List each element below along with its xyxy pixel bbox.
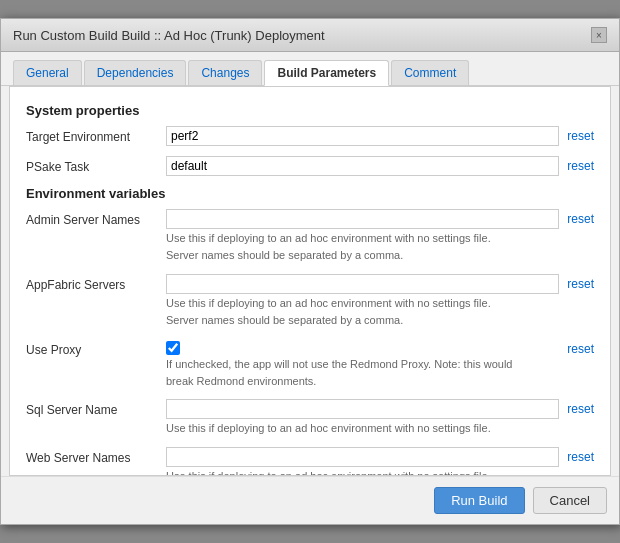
tab-dependencies[interactable]: Dependencies [84,60,187,85]
appfabric-servers-input[interactable] [166,274,559,294]
dialog: Run Custom Build Build :: Ad Hoc (Trunk)… [0,18,620,525]
psake-task-reset[interactable]: reset [567,156,594,173]
admin-server-names-row: Admin Server Names Use this if deploying… [26,209,594,264]
target-environment-input-wrap [166,126,559,146]
dialog-title: Run Custom Build Build :: Ad Hoc (Trunk)… [13,28,325,43]
use-proxy-control: If unchecked, the app will not use the R… [166,339,594,390]
admin-server-names-reset[interactable]: reset [567,209,594,226]
target-environment-input[interactable] [166,126,559,146]
title-bar: Run Custom Build Build :: Ad Hoc (Trunk)… [1,19,619,52]
tab-general[interactable]: General [13,60,82,85]
dialog-footer: Run Build Cancel [1,476,619,524]
psake-task-row: PSake Task reset [26,156,594,176]
environment-variables-title: Environment variables [26,186,594,201]
admin-server-names-input[interactable] [166,209,559,229]
sql-server-name-row: Sql Server Name Use this if deploying to… [26,399,594,436]
sql-server-name-reset[interactable]: reset [567,399,594,416]
use-proxy-checkbox-wrap [166,339,559,355]
psake-task-label: PSake Task [26,156,166,174]
admin-server-names-hint1: Use this if deploying to an ad hoc envir… [166,231,559,246]
system-properties-title: System properties [26,103,594,118]
web-server-names-control: Use this if deploying to an ad hoc envir… [166,447,594,476]
tab-bar: General Dependencies Changes Build Param… [1,52,619,86]
appfabric-servers-reset[interactable]: reset [567,274,594,291]
admin-server-names-label: Admin Server Names [26,209,166,227]
use-proxy-row: Use Proxy If unchecked, the app will not… [26,339,594,390]
web-server-names-label: Web Server Names [26,447,166,465]
cancel-button[interactable]: Cancel [533,487,607,514]
appfabric-servers-control: Use this if deploying to an ad hoc envir… [166,274,594,329]
target-environment-row: Target Environment reset [26,126,594,146]
target-environment-reset[interactable]: reset [567,126,594,143]
target-environment-control: reset [166,126,594,146]
close-button[interactable]: × [591,27,607,43]
web-server-names-input[interactable] [166,447,559,467]
use-proxy-checkbox[interactable] [166,341,180,355]
psake-task-control: reset [166,156,594,176]
use-proxy-hint1: If unchecked, the app will not use the R… [166,357,559,372]
sql-server-name-input[interactable] [166,399,559,419]
dialog-body: System properties Target Environment res… [9,86,611,476]
web-server-names-reset[interactable]: reset [567,447,594,464]
appfabric-servers-hint1: Use this if deploying to an ad hoc envir… [166,296,559,311]
psake-task-input-wrap [166,156,559,176]
admin-server-names-hint2: Server names should be separated by a co… [166,248,559,263]
appfabric-servers-hint2: Server names should be separated by a co… [166,313,559,328]
sql-server-name-input-wrap: Use this if deploying to an ad hoc envir… [166,399,559,436]
psake-task-input[interactable] [166,156,559,176]
tab-build-parameters[interactable]: Build Parameters [264,60,389,86]
appfabric-servers-row: AppFabric Servers Use this if deploying … [26,274,594,329]
web-server-names-hint1: Use this if deploying to an ad hoc envir… [166,469,559,476]
use-proxy-reset[interactable]: reset [567,339,594,356]
web-server-names-row: Web Server Names Use this if deploying t… [26,447,594,476]
appfabric-servers-label: AppFabric Servers [26,274,166,292]
web-server-names-input-wrap: Use this if deploying to an ad hoc envir… [166,447,559,476]
admin-server-names-control: Use this if deploying to an ad hoc envir… [166,209,594,264]
sql-server-name-label: Sql Server Name [26,399,166,417]
use-proxy-label: Use Proxy [26,339,166,357]
sql-server-name-hint1: Use this if deploying to an ad hoc envir… [166,421,559,436]
admin-server-names-input-wrap: Use this if deploying to an ad hoc envir… [166,209,559,264]
appfabric-servers-input-wrap: Use this if deploying to an ad hoc envir… [166,274,559,329]
target-environment-label: Target Environment [26,126,166,144]
use-proxy-input-wrap: If unchecked, the app will not use the R… [166,339,559,390]
run-build-button[interactable]: Run Build [434,487,524,514]
tab-changes[interactable]: Changes [188,60,262,85]
use-proxy-hint2: break Redmond environments. [166,374,559,389]
tab-comment[interactable]: Comment [391,60,469,85]
sql-server-name-control: Use this if deploying to an ad hoc envir… [166,399,594,436]
